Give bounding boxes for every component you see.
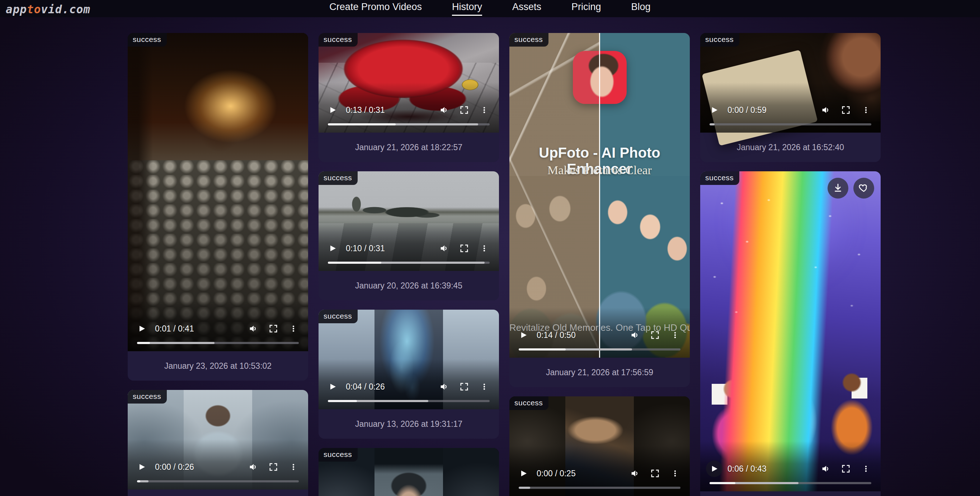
grid-column: success 0:13 / 0:31 January 21, 2026 at … bbox=[318, 33, 499, 496]
nav-pricing[interactable]: Pricing bbox=[571, 2, 601, 16]
video-card: UpFoto - AI Photo EnhancerMakes Pictures… bbox=[509, 33, 690, 387]
play-icon bbox=[710, 464, 719, 473]
video-player[interactable]: success 0:00 / 0:26 bbox=[128, 390, 308, 490]
progress-played bbox=[137, 342, 150, 344]
progress-bar[interactable] bbox=[519, 349, 681, 350]
progress-bar[interactable] bbox=[328, 261, 490, 264]
volume-icon bbox=[439, 105, 449, 115]
nav-history[interactable]: History bbox=[452, 2, 482, 16]
progress-buffered bbox=[710, 123, 714, 125]
progress-bar[interactable] bbox=[328, 123, 490, 125]
video-player[interactable]: UpFoto - AI Photo EnhancerMakes Pictures… bbox=[509, 33, 690, 358]
video-player[interactable]: success 0:13 / 0:31 bbox=[318, 33, 499, 133]
volume-button[interactable] bbox=[818, 102, 834, 118]
fullscreen-button[interactable] bbox=[647, 465, 663, 482]
card-footer: January 23, 2026 at 10:53:02 bbox=[128, 351, 308, 380]
progress-bar[interactable] bbox=[710, 123, 871, 125]
fullscreen-button[interactable] bbox=[647, 327, 663, 343]
video-player[interactable]: success bbox=[318, 448, 499, 496]
more-options-button[interactable] bbox=[858, 102, 874, 118]
video-card: success 0:00 / 0:26 bbox=[128, 390, 308, 496]
fullscreen-icon bbox=[650, 469, 660, 478]
video-player[interactable]: success 0:04 / 0:26 bbox=[318, 310, 499, 409]
favorite-icon bbox=[858, 182, 869, 194]
more-options-button[interactable] bbox=[476, 102, 493, 118]
volume-button[interactable] bbox=[245, 320, 261, 337]
video-player[interactable]: success 0:10 / 0:31 bbox=[318, 171, 499, 271]
time-display: 0:00 / 0:26 bbox=[155, 462, 194, 472]
play-button[interactable] bbox=[324, 379, 341, 395]
nav-create-promo-videos[interactable]: Create Promo Videos bbox=[329, 2, 422, 16]
progress-played bbox=[328, 123, 396, 125]
progress-bar[interactable] bbox=[710, 482, 871, 484]
status-badge: success bbox=[318, 448, 358, 461]
play-button[interactable] bbox=[515, 465, 531, 482]
volume-button[interactable] bbox=[627, 465, 643, 482]
play-button[interactable] bbox=[134, 320, 150, 337]
video-card: success 0:01 / 0:41 January 23, 2026 at … bbox=[128, 33, 308, 380]
volume-button[interactable] bbox=[436, 240, 452, 257]
progress-bar[interactable] bbox=[137, 480, 299, 482]
progress-bar[interactable] bbox=[137, 342, 299, 344]
volume-button[interactable] bbox=[818, 461, 834, 477]
more-options-button[interactable] bbox=[667, 327, 683, 343]
play-button[interactable] bbox=[324, 240, 341, 257]
nav-blog[interactable]: Blog bbox=[632, 2, 651, 16]
fullscreen-button[interactable] bbox=[456, 379, 473, 395]
time-display: 0:04 / 0:26 bbox=[346, 382, 385, 392]
fullscreen-button[interactable] bbox=[838, 102, 854, 118]
more-options-button[interactable] bbox=[285, 459, 302, 475]
video-controls: 0:14 / 0:50 bbox=[509, 325, 690, 358]
video-controls: 0:04 / 0:26 bbox=[318, 376, 499, 409]
video-player[interactable]: success 0:01 / 0:41 bbox=[128, 33, 308, 351]
site-logo[interactable]: apptovid.com bbox=[6, 3, 91, 16]
volume-button[interactable] bbox=[436, 379, 452, 395]
download-button[interactable] bbox=[827, 178, 848, 198]
status-badge: success bbox=[509, 396, 549, 410]
play-button[interactable] bbox=[706, 461, 722, 477]
grid-column: success 0:01 / 0:41 January 23, 2026 at … bbox=[128, 33, 308, 496]
kebab-menu-icon bbox=[480, 105, 488, 115]
time-display: 0:00 / 0:59 bbox=[727, 105, 767, 115]
time-display: 0:00 / 0:25 bbox=[537, 469, 576, 479]
play-button[interactable] bbox=[706, 102, 722, 118]
more-options-button[interactable] bbox=[285, 320, 302, 337]
volume-button[interactable] bbox=[436, 102, 452, 118]
more-options-button[interactable] bbox=[858, 461, 874, 477]
volume-button[interactable] bbox=[245, 459, 261, 475]
progress-bar[interactable] bbox=[519, 486, 681, 489]
play-button[interactable] bbox=[515, 327, 531, 343]
play-button[interactable] bbox=[324, 102, 341, 118]
kebab-menu-icon bbox=[671, 330, 679, 340]
more-options-button[interactable] bbox=[476, 379, 493, 395]
nav-assets[interactable]: Assets bbox=[512, 2, 541, 16]
video-date: January 21, 2026 at 17:56:59 bbox=[546, 368, 653, 377]
video-player[interactable]: success 0:00 / 0:59 bbox=[700, 33, 881, 133]
favorite-button[interactable] bbox=[853, 178, 874, 198]
status-badge: success bbox=[128, 390, 167, 404]
fullscreen-button[interactable] bbox=[456, 240, 473, 257]
more-options-button[interactable] bbox=[476, 240, 493, 257]
play-button[interactable] bbox=[134, 459, 150, 475]
video-card: success 0:00 / 0:25 bbox=[509, 396, 690, 496]
fullscreen-icon bbox=[460, 105, 469, 115]
kebab-menu-icon bbox=[671, 469, 679, 478]
fullscreen-button[interactable] bbox=[838, 461, 854, 477]
status-badge: success bbox=[700, 171, 739, 185]
video-player[interactable]: success 0:00 / 0:25 bbox=[509, 396, 690, 496]
volume-button[interactable] bbox=[627, 327, 643, 343]
fullscreen-button[interactable] bbox=[456, 102, 473, 118]
video-player[interactable]: success 0:06 / 0:43 bbox=[700, 171, 881, 491]
logo-text: app bbox=[6, 3, 27, 16]
video-date: January 21, 2026 at 16:52:40 bbox=[737, 143, 844, 152]
more-options-button[interactable] bbox=[667, 465, 683, 482]
progress-buffered bbox=[519, 486, 530, 489]
fullscreen-button[interactable] bbox=[265, 459, 282, 475]
volume-icon bbox=[630, 330, 640, 340]
progress-bar[interactable] bbox=[328, 400, 490, 402]
time-display: 0:06 / 0:43 bbox=[727, 464, 767, 474]
fullscreen-button[interactable] bbox=[265, 320, 282, 337]
video-controls: 0:00 / 0:25 bbox=[509, 463, 690, 496]
volume-icon bbox=[248, 462, 258, 472]
video-date: January 13, 2026 at 19:31:17 bbox=[355, 419, 462, 429]
